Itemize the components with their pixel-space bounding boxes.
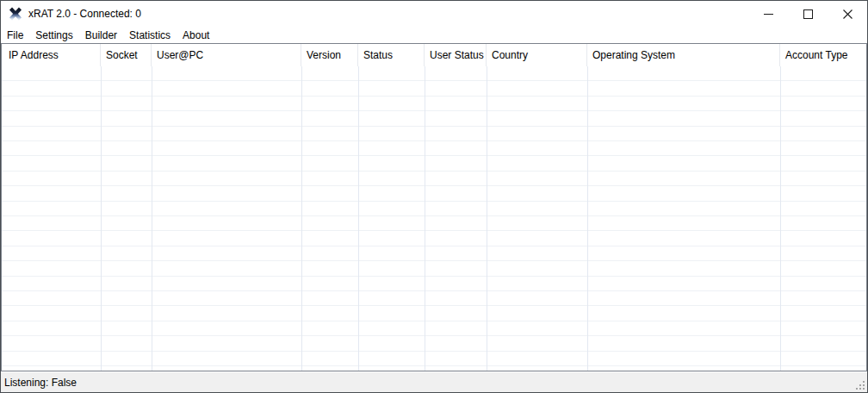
grid-column-line [425, 66, 425, 371]
column-header-socket[interactable]: Socket [101, 44, 152, 66]
grid-column-line [152, 66, 152, 371]
minimize-icon [764, 9, 773, 19]
column-header-status[interactable]: Status [358, 44, 425, 66]
maximize-button[interactable] [788, 1, 828, 27]
app-window: xRAT 2.0 - Connected: 0 File Set [0, 0, 868, 393]
resize-grip-icon[interactable] [854, 379, 865, 390]
column-header-user-pc[interactable]: User@PC [152, 44, 301, 66]
statusbar: Listening: False [1, 371, 867, 392]
window-title: xRAT 2.0 - Connected: 0 [28, 8, 141, 20]
menu-item-about[interactable]: About [177, 27, 215, 43]
grid-column-line [487, 66, 487, 371]
grid-column-line [780, 66, 781, 371]
column-header-operating-system[interactable]: Operating System [587, 44, 780, 66]
listview-header: IP Address Socket User@PC Version Status… [2, 44, 866, 66]
clients-listview[interactable]: IP Address Socket User@PC Version Status… [1, 43, 867, 371]
listview-body-empty[interactable] [2, 66, 866, 371]
menu-item-file[interactable]: File [1, 27, 29, 43]
titlebar[interactable]: xRAT 2.0 - Connected: 0 [1, 1, 867, 27]
column-header-account-type[interactable]: Account Type [780, 44, 866, 66]
menubar: File Settings Builder Statistics About [1, 27, 867, 43]
column-header-country[interactable]: Country [487, 44, 587, 66]
close-button[interactable] [828, 1, 867, 27]
menu-item-statistics[interactable]: Statistics [123, 27, 177, 43]
close-icon [843, 9, 852, 19]
column-header-user-status[interactable]: User Status [425, 44, 487, 66]
grid-column-line [101, 66, 102, 371]
minimize-button[interactable] [748, 1, 788, 27]
grid-column-line [358, 66, 359, 371]
listening-status-label: Listening: False [1, 377, 77, 389]
column-header-version[interactable]: Version [301, 44, 358, 66]
maximize-icon [803, 9, 813, 19]
caption-buttons [748, 1, 867, 27]
xrat-x-logo-icon[interactable] [9, 7, 22, 21]
column-header-ip-address[interactable]: IP Address [2, 44, 101, 66]
grid-column-line [587, 66, 588, 371]
grid-column-line [301, 66, 302, 371]
menu-item-builder[interactable]: Builder [79, 27, 123, 43]
menu-item-settings[interactable]: Settings [29, 27, 78, 43]
